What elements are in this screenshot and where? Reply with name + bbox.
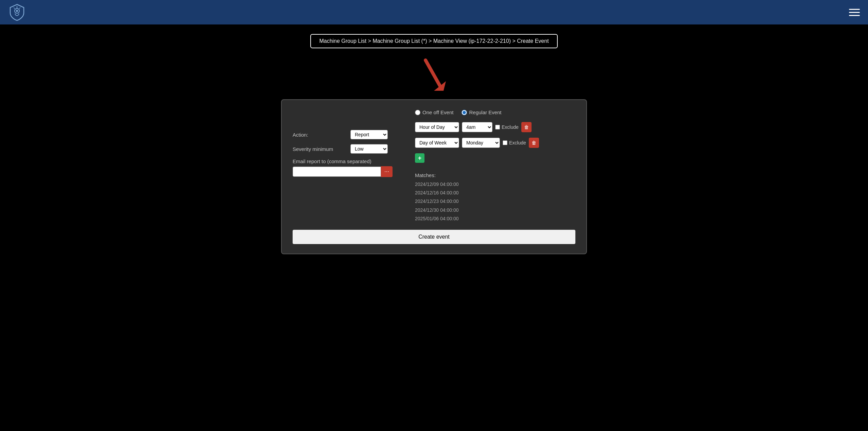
svg-line-2 <box>19 7 20 9</box>
exclude-label-2: Exclude <box>509 140 526 145</box>
severity-select[interactable]: Low Medium High Critical <box>350 144 388 154</box>
regular-event-radio[interactable]: Regular Event <box>462 109 501 115</box>
right-section: One off Event Regular Event Hour of Day … <box>415 109 575 223</box>
severity-row: Severity minimum Low Medium High Critica… <box>293 144 401 154</box>
schedule-row-2: Hour of Day Day of Week Month Day of Mon… <box>415 138 575 148</box>
action-select[interactable]: Report Alert Block <box>350 130 388 139</box>
down-arrow-icon <box>420 57 448 94</box>
logo <box>8 3 26 21</box>
match-item-1: 2024/12/09 04:00:00 <box>415 180 575 189</box>
exclude-checkbox-2[interactable]: Exclude <box>503 140 526 145</box>
breadcrumb: Machine Group List > Machine Group List … <box>310 34 557 48</box>
schedule-type-select-1[interactable]: Hour of Day Day of Week Month Day of Mon… <box>415 122 459 132</box>
left-section: Action: Report Alert Block Severity mini… <box>293 109 401 223</box>
create-event-card: Action: Report Alert Block Severity mini… <box>281 99 587 254</box>
delete-schedule-1-button[interactable]: 🗑 <box>521 122 532 132</box>
regular-event-label: Regular Event <box>469 109 501 115</box>
create-event-card-container: Action: Report Alert Block Severity mini… <box>0 99 868 268</box>
matches-section: Matches: 2024/12/09 04:00:00 2024/12/16 … <box>415 172 575 223</box>
add-rule-button[interactable]: + <box>415 153 424 163</box>
email-section: Email report to (comma separated) ⋯ <box>293 158 401 177</box>
match-item-3: 2024/12/23 04:00:00 <box>415 197 575 206</box>
arrow-indicator <box>0 55 868 96</box>
svg-point-4 <box>16 10 18 12</box>
create-event-row: Create event <box>293 230 575 244</box>
one-off-event-radio[interactable]: One off Event <box>415 109 453 115</box>
trash-icon-1: 🗑 <box>524 124 529 130</box>
match-item-4: 2024/12/30 04:00:00 <box>415 206 575 214</box>
one-off-event-label: One off Event <box>422 109 453 115</box>
email-dots-button[interactable]: ⋯ <box>381 166 393 177</box>
action-label: Action: <box>293 132 347 138</box>
dots-icon: ⋯ <box>384 169 389 174</box>
plus-icon: + <box>418 155 422 162</box>
email-input-row: ⋯ <box>293 166 401 177</box>
email-label: Email report to (comma separated) <box>293 158 401 164</box>
hamburger-menu-button[interactable] <box>849 9 860 16</box>
breadcrumb-container: Machine Group List > Machine Group List … <box>0 34 868 48</box>
schedule-row-1: Hour of Day Day of Week Month Day of Mon… <box>415 122 575 132</box>
trash-icon-2: 🗑 <box>532 140 536 145</box>
svg-line-6 <box>426 60 441 87</box>
exclude-input-1[interactable] <box>495 125 500 130</box>
exclude-input-2[interactable] <box>503 140 507 145</box>
matches-title: Matches: <box>415 172 575 178</box>
add-rule-container: + <box>415 153 575 163</box>
schedule-type-select-2[interactable]: Hour of Day Day of Week Month Day of Mon… <box>415 138 459 148</box>
header <box>0 0 868 24</box>
email-input[interactable] <box>293 167 381 177</box>
delete-schedule-2-button[interactable]: 🗑 <box>529 138 539 148</box>
svg-line-3 <box>14 7 15 9</box>
severity-label: Severity minimum <box>293 146 347 152</box>
match-item-2: 2024/12/16 04:00:00 <box>415 189 575 197</box>
regular-event-input[interactable] <box>462 110 467 115</box>
one-off-event-input[interactable] <box>415 110 420 115</box>
exclude-label-1: Exclude <box>502 124 519 130</box>
schedule-value-select-2[interactable]: Sunday Monday Tuesday Wednesday Thursday… <box>462 138 500 148</box>
radio-row: One off Event Regular Event <box>415 109 575 115</box>
match-item-5: 2025/01/06 04:00:00 <box>415 214 575 223</box>
create-event-button[interactable]: Create event <box>293 230 575 244</box>
schedule-value-select-1[interactable]: 12am1am2am3am 4am5am6am <box>462 122 492 132</box>
action-row: Action: Report Alert Block <box>293 130 401 139</box>
card-inner: Action: Report Alert Block Severity mini… <box>293 109 575 223</box>
exclude-checkbox-1[interactable]: Exclude <box>495 124 519 130</box>
